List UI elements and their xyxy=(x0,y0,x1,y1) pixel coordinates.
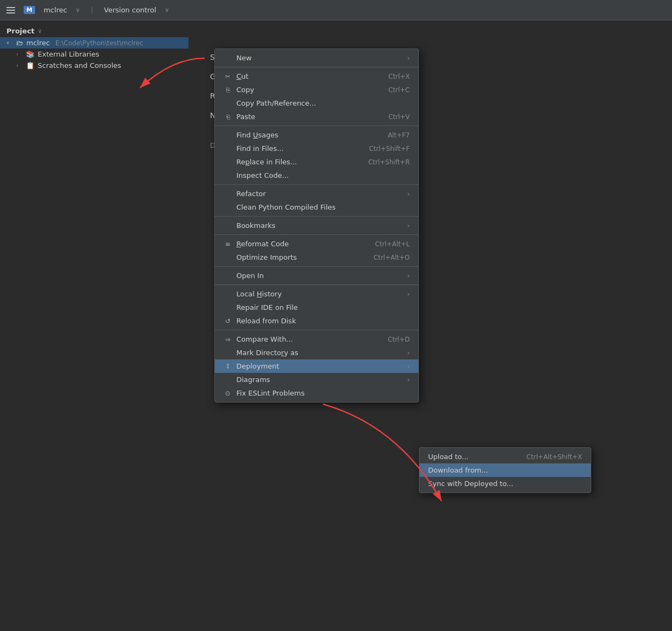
separator-7 xyxy=(215,285,418,285)
optimize-imports-shortcut: Ctrl+Alt+O xyxy=(374,254,410,261)
chevron-right-icon: › xyxy=(16,51,23,57)
copy-shortcut: Ctrl+C xyxy=(388,86,410,94)
menu-item-deployment[interactable]: ↕ Deployment › xyxy=(215,359,418,373)
bookmarks-arrow: › xyxy=(407,222,410,230)
project-panel-arrow: ∨ xyxy=(38,27,42,34)
fix-eslint-label: Fix ESLint Problems xyxy=(236,389,410,397)
deployment-label: Deployment xyxy=(236,362,401,370)
find-in-files-shortcut: Ctrl+Shift+F xyxy=(369,145,410,152)
bookmarks-label: Bookmarks xyxy=(236,221,401,230)
project-badge: M xyxy=(24,6,35,14)
local-history-arrow: › xyxy=(407,290,410,298)
menu-item-find-usages[interactable]: Find Usages Alt+F7 xyxy=(215,128,418,142)
cut-label: Cut xyxy=(236,72,384,80)
reload-icon: ↺ xyxy=(223,317,232,325)
copy-icon: ⎘ xyxy=(223,86,232,94)
project-dropdown-arrow[interactable]: ∨ xyxy=(76,6,80,13)
paste-icon: ⎗ xyxy=(223,113,232,121)
replace-in-files-label: Replace in Files... xyxy=(236,158,364,166)
sync-with-label: Sync with Deployed to... xyxy=(428,480,582,488)
upload-to-shortcut: Ctrl+Alt+Shift+X xyxy=(527,453,582,461)
mark-directory-label: Mark Directory as xyxy=(236,349,401,357)
paste-label: Paste xyxy=(236,113,384,121)
local-history-label: Local History xyxy=(236,290,401,298)
compare-with-icon: ⇒ xyxy=(223,336,232,343)
project-panel-header[interactable]: Project ∨ xyxy=(0,25,188,37)
tree-item-mclrec[interactable]: ▾ 🗁 mclrec E:\Code\Python\test\mclrec xyxy=(0,37,188,48)
new-arrow: › xyxy=(407,54,410,62)
menu-item-clean-python[interactable]: Clean Python Compiled Files xyxy=(215,200,418,214)
copy-label: Copy xyxy=(236,86,384,94)
menu-item-mark-directory[interactable]: Mark Directory as › xyxy=(215,346,418,359)
menu-item-replace-in-files[interactable]: Replace in Files... Ctrl+Shift+R xyxy=(215,155,418,169)
context-menu: New › ✂ Cut Ctrl+X ⎘ Copy Ctrl+C Copy Pa… xyxy=(214,48,419,403)
external-libraries-label: External Libraries xyxy=(38,50,99,58)
menu-item-diagrams[interactable]: Diagrams › xyxy=(215,373,418,386)
copy-path-label: Copy Path/Reference... xyxy=(236,99,410,107)
menu-item-fix-eslint[interactable]: ⊙ Fix ESLint Problems xyxy=(215,386,418,400)
cut-shortcut: Ctrl+X xyxy=(388,73,410,80)
diagrams-arrow: › xyxy=(407,376,410,384)
project-panel-title: Project xyxy=(6,27,34,35)
submenu-item-download[interactable]: Download from... xyxy=(419,463,591,477)
menu-item-paste[interactable]: ⎗ Paste Ctrl+V xyxy=(215,110,418,123)
open-in-label: Open In xyxy=(236,272,401,280)
menu-item-bookmarks[interactable]: Bookmarks › xyxy=(215,219,418,232)
scratches-label: Scratches and Consoles xyxy=(38,61,121,70)
chevron-down-icon: ▾ xyxy=(6,40,13,46)
submenu-item-sync[interactable]: Sync with Deployed to... xyxy=(419,477,591,490)
cut-icon: ✂ xyxy=(223,73,232,80)
upload-to-label: Upload to... xyxy=(428,453,522,461)
reload-label: Reload from Disk xyxy=(236,317,410,325)
tree-item-scratches[interactable]: › 📋 Scratches and Consoles xyxy=(0,60,188,71)
find-usages-label: Find Usages xyxy=(236,131,383,139)
deployment-icon: ↕ xyxy=(223,363,232,370)
title-bar: M mclrec ∨ | Version control ∨ xyxy=(0,0,672,20)
separator-1 xyxy=(215,67,418,67)
menu-item-reload-from-disk[interactable]: ↺ Reload from Disk xyxy=(215,314,418,328)
menu-item-cut[interactable]: ✂ Cut Ctrl+X xyxy=(215,70,418,83)
hamburger-menu[interactable] xyxy=(6,7,15,13)
menu-item-local-history[interactable]: Local History › xyxy=(215,287,418,301)
diagrams-label: Diagrams xyxy=(236,376,401,384)
menu-item-new[interactable]: New › xyxy=(215,51,418,65)
deployment-submenu: Upload to... Ctrl+Alt+Shift+X Download f… xyxy=(419,447,591,493)
reformat-shortcut: Ctrl+Alt+L xyxy=(375,240,410,248)
submenu-item-upload[interactable]: Upload to... Ctrl+Alt+Shift+X xyxy=(419,450,591,463)
sidebar: Project ∨ ▾ 🗁 mclrec E:\Code\Python\test… xyxy=(0,20,188,631)
open-in-arrow: › xyxy=(407,272,410,280)
menu-item-open-in[interactable]: Open In › xyxy=(215,269,418,282)
separator-6 xyxy=(215,266,418,267)
download-from-label: Download from... xyxy=(428,466,582,474)
refactor-arrow: › xyxy=(407,190,410,198)
mark-directory-arrow: › xyxy=(407,349,410,357)
separator-4 xyxy=(215,216,418,217)
paste-shortcut: Ctrl+V xyxy=(388,113,410,121)
eslint-icon: ⊙ xyxy=(223,390,232,397)
deployment-arrow: › xyxy=(407,363,410,370)
menu-item-copy[interactable]: ⎘ Copy Ctrl+C xyxy=(215,83,418,96)
replace-in-files-shortcut: Ctrl+Shift+R xyxy=(368,158,410,166)
find-in-files-label: Find in Files... xyxy=(236,144,365,152)
version-control-label[interactable]: Version control xyxy=(104,6,156,14)
menu-item-compare-with[interactable]: ⇒ Compare With... Ctrl+D xyxy=(215,332,418,346)
mclrec-path: E:\Code\Python\test\mclrec xyxy=(55,39,143,47)
menu-item-refactor[interactable]: Refactor › xyxy=(215,187,418,200)
scratches-icon: 📋 xyxy=(26,61,34,70)
reformat-icon: ≡ xyxy=(223,240,232,248)
menu-item-find-in-files[interactable]: Find in Files... Ctrl+Shift+F xyxy=(215,142,418,155)
vc-dropdown-arrow[interactable]: ∨ xyxy=(165,6,169,13)
menu-item-copy-path[interactable]: Copy Path/Reference... xyxy=(215,96,418,110)
menu-item-repair-ide[interactable]: Repair IDE on File xyxy=(215,301,418,314)
optimize-imports-label: Optimize Imports xyxy=(236,253,369,261)
new-label: New xyxy=(236,54,401,62)
menu-item-reformat[interactable]: ≡ Reformat Code Ctrl+Alt+L xyxy=(215,237,418,251)
menu-item-inspect-code[interactable]: Inspect Code... xyxy=(215,169,418,182)
separator-8 xyxy=(215,330,418,330)
separator-5 xyxy=(215,234,418,235)
tree-item-external-libraries[interactable]: › 📚 External Libraries xyxy=(0,48,188,60)
menu-item-optimize-imports[interactable]: Optimize Imports Ctrl+Alt+O xyxy=(215,251,418,264)
refactor-label: Refactor xyxy=(236,190,401,198)
separator-2 xyxy=(215,126,418,126)
project-name[interactable]: mclrec xyxy=(44,6,67,14)
